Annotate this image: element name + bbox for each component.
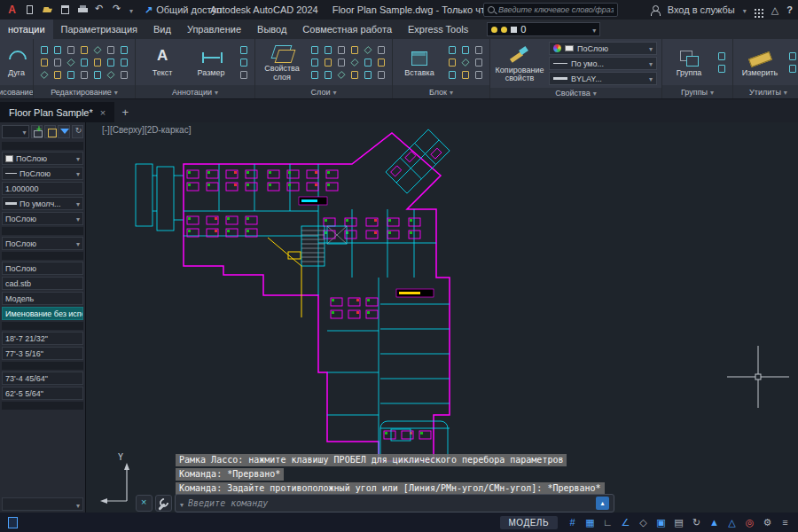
panel-label-block[interactable]: Блок: [393, 85, 489, 98]
ribbon-tool-icon[interactable]: [238, 69, 250, 81]
signin-dropdown-icon[interactable]: [743, 4, 747, 15]
measure-button[interactable]: Измерить: [738, 47, 782, 77]
customize-wrench-icon[interactable]: [155, 495, 172, 512]
viewport-controls[interactable]: [-][Сверху][2D-каркас]: [102, 125, 191, 135]
new-layer-icon[interactable]: [31, 125, 43, 138]
refresh-icon[interactable]: [72, 125, 83, 138]
ribbon-tool-icon[interactable]: [78, 69, 90, 81]
command-close-icon[interactable]: [136, 495, 153, 512]
isodraft-toggle[interactable]: [635, 514, 652, 530]
settings-gear-icon[interactable]: [759, 514, 776, 530]
ribbon-tool-icon[interactable]: [322, 57, 334, 68]
signin-button[interactable]: Вход в службы: [668, 4, 735, 15]
object-color-combo[interactable]: ПоСлою: [549, 42, 657, 55]
ribbon-tool-icon[interactable]: [459, 69, 472, 81]
ribbon-tool-icon[interactable]: [716, 51, 728, 62]
ribbon-tab-output[interactable]: Вывод: [249, 20, 294, 39]
dimension-button[interactable]: Размер: [189, 47, 233, 77]
app-logo-icon[interactable]: [5, 4, 19, 16]
ribbon-tool-icon[interactable]: [375, 57, 387, 68]
ribbon-tool-icon[interactable]: [446, 69, 458, 81]
ribbon-tool-icon[interactable]: [65, 44, 77, 56]
ribbon-tool-icon[interactable]: [473, 57, 485, 68]
ribbon-tool-icon[interactable]: [105, 44, 117, 56]
selection-cycling-toggle[interactable]: [688, 514, 705, 530]
ribbon-tool-icon[interactable]: [38, 69, 51, 81]
undo-icon[interactable]: [94, 4, 107, 16]
model-space-button[interactable]: МОДЕЛЬ: [500, 516, 558, 529]
ribbon-tool-icon[interactable]: [362, 44, 374, 56]
annotation-visibility-toggle[interactable]: [706, 514, 723, 530]
ribbon-tool-icon[interactable]: [78, 57, 90, 68]
prop-row-transparency[interactable]: ПоСлою: [2, 212, 83, 225]
prop-row-naming[interactable]: Именование без испо...: [2, 307, 83, 320]
ribbon-tool-icon[interactable]: [65, 69, 77, 81]
search-box[interactable]: [483, 3, 618, 17]
redo-icon[interactable]: [112, 4, 125, 16]
recent-commands-icon[interactable]: [180, 498, 184, 509]
panel-label-modify[interactable]: Редактирование: [34, 85, 135, 98]
prop-row-lineweight[interactable]: По умолч...: [2, 197, 83, 210]
prop-row-center-y[interactable]: 77'-3 5/16": [2, 347, 83, 360]
ribbon-tool-icon[interactable]: [322, 44, 334, 56]
ribbon-tool-icon[interactable]: [91, 57, 104, 68]
ribbon-tab-annotate[interactable]: нотации: [0, 20, 53, 39]
prop-row-linetype[interactable]: ПоСлою: [2, 167, 83, 180]
prop-row-color[interactable]: ПоСлою: [2, 152, 83, 165]
panel-label-annotation[interactable]: Аннотации: [136, 85, 254, 98]
linetype-combo[interactable]: По умо...: [549, 57, 657, 70]
ribbon-tool-icon[interactable]: [348, 57, 361, 68]
filter-icon[interactable]: [58, 125, 69, 138]
new-tab-button[interactable]: [114, 102, 136, 122]
ribbon-tool-icon[interactable]: [51, 69, 64, 81]
lineweight-combo[interactable]: BYLAY...: [549, 72, 657, 85]
ribbon-tool-icon[interactable]: [473, 44, 485, 56]
prop-row-plotstyle[interactable]: cad.stb: [2, 277, 83, 290]
ribbon-tool-icon[interactable]: [118, 69, 130, 81]
expand-history-icon[interactable]: [596, 497, 609, 510]
ribbon-tab-manage[interactable]: Управление: [179, 20, 249, 39]
save-icon[interactable]: [59, 4, 72, 16]
ribbon-tool-icon[interactable]: [78, 44, 90, 56]
ribbon-tool-icon[interactable]: [459, 57, 472, 68]
layer-select-combo[interactable]: 0: [487, 22, 600, 36]
ribbon-tool-icon[interactable]: [335, 44, 348, 56]
panel-label-groups[interactable]: Группы: [662, 85, 732, 98]
prop-row-plottable[interactable]: Модель: [2, 292, 83, 305]
ribbon-tool-icon[interactable]: [375, 69, 387, 81]
object-snap-toggle[interactable]: [653, 514, 669, 530]
ribbon-tool-icon[interactable]: [51, 44, 64, 56]
ribbon-tool-icon[interactable]: [348, 69, 361, 81]
file-tab-active[interactable]: Floor Plan Sample*: [0, 102, 114, 122]
ribbon-tool-icon[interactable]: [238, 57, 250, 68]
ribbon-tool-icon[interactable]: [238, 44, 250, 56]
prop-row-shadow[interactable]: ПоСлою: [2, 262, 83, 275]
qat-dropdown-icon[interactable]: [129, 4, 133, 15]
close-icon[interactable]: [100, 107, 106, 118]
prop-row-ltscale[interactable]: 1.000000: [2, 182, 83, 195]
ribbon-tool-icon[interactable]: [786, 51, 798, 62]
ribbon-tool-icon[interactable]: [118, 44, 130, 56]
ribbon-tool-icon[interactable]: [309, 57, 321, 68]
ribbon-tool-icon[interactable]: [362, 69, 374, 81]
ribbon-tool-icon[interactable]: [473, 69, 485, 81]
help-icon[interactable]: [786, 4, 793, 15]
ribbon-tool-icon[interactable]: [91, 44, 104, 56]
group-button[interactable]: Группа: [667, 47, 711, 77]
prop-row-width[interactable]: 73'-4 45/64": [2, 372, 83, 385]
drawing-status-icon[interactable]: [4, 514, 21, 530]
ribbon-tab-view[interactable]: Вид: [145, 20, 179, 39]
ribbon-tool-icon[interactable]: [335, 69, 348, 81]
command-input-bar[interactable]: [175, 494, 614, 512]
panel-label-draw[interactable]: Рисование: [0, 85, 33, 98]
new-file-icon[interactable]: [23, 4, 36, 16]
panel-label-layers[interactable]: Слои: [255, 85, 392, 98]
panel-label-properties[interactable]: Свойства: [490, 88, 661, 98]
ribbon-tool-icon[interactable]: [38, 44, 51, 56]
ribbon-tool-icon[interactable]: [375, 44, 387, 56]
polar-tracking-to ggle[interactable]: [617, 514, 634, 530]
alerts-icon[interactable]: [771, 4, 778, 16]
prop-row-center-x[interactable]: 18'-7 21/32": [2, 332, 83, 345]
open-file-icon[interactable]: [41, 4, 54, 16]
ribbon-tool-icon[interactable]: [786, 63, 798, 74]
